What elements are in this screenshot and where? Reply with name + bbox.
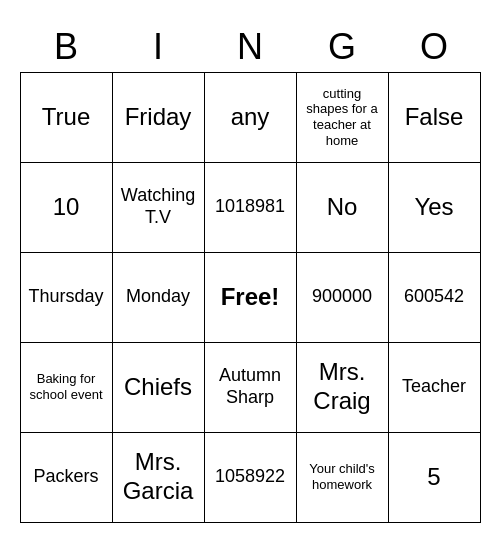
cell-r1-c1: Watching T.V bbox=[112, 162, 204, 252]
cell-r2-c0: Thursday bbox=[20, 252, 112, 342]
header-b: B bbox=[20, 22, 112, 73]
cell-r2-c3: 900000 bbox=[296, 252, 388, 342]
cell-r2-c1: Monday bbox=[112, 252, 204, 342]
cell-r4-c2: 1058922 bbox=[204, 432, 296, 522]
cell-r4-c1: Mrs. Garcia bbox=[112, 432, 204, 522]
header-i: I bbox=[112, 22, 204, 73]
cell-r3-c2: Autumn Sharp bbox=[204, 342, 296, 432]
cell-r3-c3: Mrs. Craig bbox=[296, 342, 388, 432]
cell-r1-c3: No bbox=[296, 162, 388, 252]
cell-r0-c2: any bbox=[204, 72, 296, 162]
cell-r2-c4: 600542 bbox=[388, 252, 480, 342]
cell-r4-c0: Packers bbox=[20, 432, 112, 522]
cell-r2-c2: Free! bbox=[204, 252, 296, 342]
cell-r1-c0: 10 bbox=[20, 162, 112, 252]
header-o: O bbox=[388, 22, 480, 73]
cell-r3-c4: Teacher bbox=[388, 342, 480, 432]
cell-r3-c1: Chiefs bbox=[112, 342, 204, 432]
cell-r0-c1: Friday bbox=[112, 72, 204, 162]
table-row: Baking for school eventChiefsAutumn Shar… bbox=[20, 342, 480, 432]
cell-r1-c4: Yes bbox=[388, 162, 480, 252]
bingo-header: B I N G O bbox=[20, 22, 480, 73]
cell-r4-c4: 5 bbox=[388, 432, 480, 522]
header-n: N bbox=[204, 22, 296, 73]
cell-r4-c3: Your child's homework bbox=[296, 432, 388, 522]
bingo-body: TrueFridayanycutting shapes for a teache… bbox=[20, 72, 480, 522]
table-row: ThursdayMondayFree!900000600542 bbox=[20, 252, 480, 342]
table-row: 10Watching T.V1018981NoYes bbox=[20, 162, 480, 252]
table-row: PackersMrs. Garcia1058922Your child's ho… bbox=[20, 432, 480, 522]
header-g: G bbox=[296, 22, 388, 73]
cell-r0-c3: cutting shapes for a teacher at home bbox=[296, 72, 388, 162]
cell-r0-c0: True bbox=[20, 72, 112, 162]
cell-r0-c4: False bbox=[388, 72, 480, 162]
cell-r1-c2: 1018981 bbox=[204, 162, 296, 252]
cell-r3-c0: Baking for school event bbox=[20, 342, 112, 432]
table-row: TrueFridayanycutting shapes for a teache… bbox=[20, 72, 480, 162]
